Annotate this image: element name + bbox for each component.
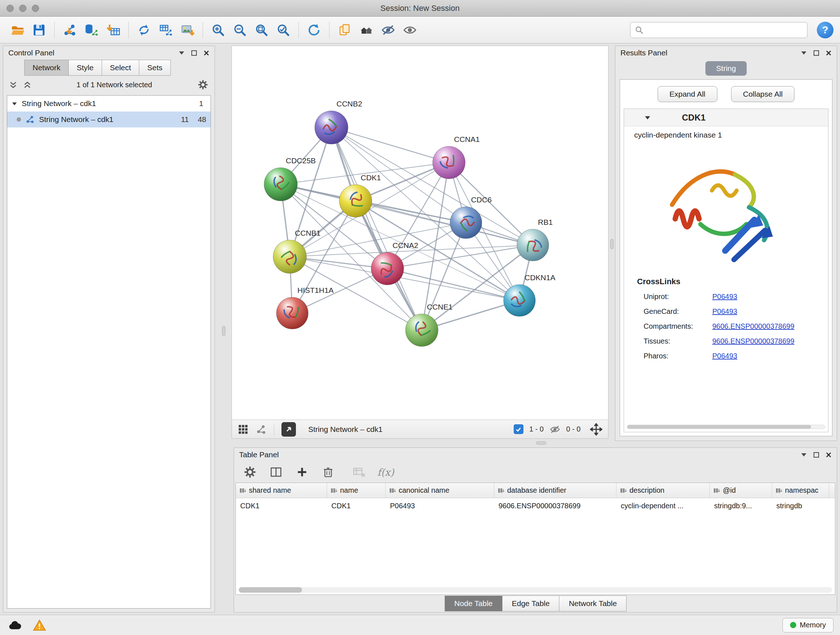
network-tree-child-row[interactable]: String Network – cdk1 11 48 bbox=[7, 111, 210, 127]
network-canvas[interactable]: CCNB2CCNA1CDC25BCDK1CDC6RB1CCNB1CCNA2CDK… bbox=[232, 46, 608, 420]
crosslink-link[interactable]: 9606.ENSP00000378699 bbox=[712, 322, 794, 331]
float-panel-icon[interactable] bbox=[801, 452, 807, 457]
tab-network[interactable]: Network bbox=[24, 60, 69, 76]
tab-node-table[interactable]: Node Table bbox=[445, 595, 502, 611]
edge-CCNB2-CCNE1[interactable] bbox=[332, 127, 422, 330]
splitter-handle[interactable] bbox=[222, 326, 225, 336]
new-network-button[interactable] bbox=[133, 19, 155, 41]
splitter-handle[interactable] bbox=[536, 441, 546, 445]
expand-all-networks-icon[interactable] bbox=[9, 81, 17, 89]
node-RB1[interactable]: RB1 bbox=[517, 218, 553, 261]
node-CDK1[interactable]: CDK1 bbox=[339, 173, 381, 217]
column-header[interactable]: canonical name bbox=[386, 483, 494, 498]
cloud-icon[interactable] bbox=[6, 618, 23, 633]
edge-CCNB2-CCNA1[interactable] bbox=[332, 127, 449, 163]
minimize-window-button[interactable] bbox=[19, 5, 27, 12]
splitter-handle[interactable] bbox=[610, 239, 614, 249]
tab-string[interactable]: String bbox=[706, 61, 747, 76]
column-header[interactable]: database identifier bbox=[494, 483, 616, 498]
zoom-window-button[interactable] bbox=[32, 5, 39, 12]
collapse-triangle-icon[interactable] bbox=[644, 115, 651, 120]
node-CDKN1A[interactable]: CDKN1A bbox=[504, 273, 555, 317]
zoom-selected-button[interactable] bbox=[272, 19, 294, 41]
export-image-button[interactable] bbox=[177, 19, 198, 41]
maximize-panel-icon[interactable] bbox=[191, 50, 197, 56]
crosslink-link[interactable]: P06493 bbox=[712, 293, 737, 301]
hide-selected-button[interactable] bbox=[377, 19, 399, 41]
function-builder-icon[interactable]: f(x) bbox=[377, 467, 394, 478]
import-network-file-button[interactable] bbox=[59, 19, 81, 41]
collapse-triangle-icon[interactable] bbox=[11, 101, 17, 106]
crosslink-link[interactable]: P06493 bbox=[712, 352, 737, 360]
network-tree-root-row[interactable]: String Network – cdk1 1 bbox=[7, 96, 210, 111]
node-HIST1H1A[interactable]: HIST1H1A bbox=[276, 286, 333, 329]
zoom-out-button[interactable] bbox=[229, 19, 251, 41]
node-CCNA1[interactable]: CCNA1 bbox=[433, 135, 480, 179]
warning-icon[interactable] bbox=[31, 618, 48, 633]
float-panel-icon[interactable] bbox=[178, 50, 185, 55]
zoom-in-button[interactable] bbox=[207, 19, 229, 41]
network-options-gear-icon[interactable] bbox=[197, 79, 209, 90]
open-session-button[interactable] bbox=[6, 19, 28, 41]
gene-section-header[interactable]: CDK1 bbox=[624, 109, 828, 126]
detach-view-button[interactable] bbox=[281, 422, 296, 437]
table-cell[interactable]: 9606.ENSP00000378699 bbox=[494, 498, 616, 513]
table-cell[interactable]: P06493 bbox=[386, 498, 494, 513]
crosslink-link[interactable]: 9606.ENSP00000378699 bbox=[712, 337, 794, 345]
tab-sets[interactable]: Sets bbox=[139, 60, 171, 76]
scrollbar-thumb[interactable] bbox=[239, 587, 302, 593]
table-row[interactable]: CDK1CDK1P064939606.ENSP00000378699cyclin… bbox=[236, 498, 835, 513]
table-cell[interactable]: stringdb bbox=[772, 498, 829, 513]
node-CCNB1[interactable]: CCNB1 bbox=[273, 229, 321, 273]
table-cell[interactable]: CDK1 bbox=[236, 498, 327, 513]
zoom-fit-button[interactable] bbox=[251, 19, 272, 41]
documents-button[interactable] bbox=[334, 19, 355, 41]
selected-items-checkbox[interactable] bbox=[514, 424, 523, 434]
results-scrollbar[interactable] bbox=[627, 424, 825, 429]
apply-layout-button[interactable] bbox=[303, 19, 325, 41]
close-panel-icon[interactable] bbox=[826, 50, 832, 56]
table-cell[interactable]: cyclin-dependent ... bbox=[616, 498, 710, 513]
grid-view-icon[interactable] bbox=[238, 424, 248, 435]
help-button[interactable]: ? bbox=[817, 22, 834, 38]
close-panel-icon[interactable] bbox=[826, 452, 832, 458]
network-share-icon[interactable] bbox=[256, 424, 267, 435]
maximize-panel-icon[interactable] bbox=[813, 50, 819, 56]
search-box[interactable] bbox=[630, 22, 807, 38]
tab-edge-table[interactable]: Edge Table bbox=[502, 595, 560, 611]
table-options-gear-icon[interactable] bbox=[242, 464, 258, 480]
delete-column-trash-icon[interactable] bbox=[320, 464, 336, 480]
float-panel-icon[interactable] bbox=[801, 50, 807, 55]
table-cell[interactable]: stringdb:9... bbox=[710, 498, 772, 513]
maximize-panel-icon[interactable] bbox=[813, 452, 819, 458]
pan-crosshair-icon[interactable] bbox=[590, 423, 602, 435]
node-CCNB2[interactable]: CCNB2 bbox=[315, 100, 362, 144]
column-header[interactable]: shared name bbox=[236, 483, 327, 498]
show-columns-icon[interactable] bbox=[268, 464, 284, 480]
memory-button[interactable]: Memory bbox=[783, 618, 834, 632]
table-horizontal-scrollbar[interactable] bbox=[239, 587, 832, 593]
crosslink-link[interactable]: P06493 bbox=[712, 307, 737, 316]
collapse-all-button[interactable]: Collapse All bbox=[731, 86, 795, 102]
column-header[interactable]: name bbox=[327, 483, 386, 498]
column-header[interactable]: description bbox=[616, 483, 710, 498]
column-header[interactable]: @id bbox=[710, 483, 772, 498]
network-from-table-button[interactable] bbox=[155, 19, 177, 41]
import-network-database-button[interactable] bbox=[81, 19, 103, 41]
save-session-button[interactable] bbox=[28, 19, 50, 41]
column-header[interactable]: namespac bbox=[772, 483, 829, 498]
tab-style[interactable]: Style bbox=[68, 60, 102, 76]
string-home-button[interactable] bbox=[355, 19, 377, 41]
create-column-plus-icon[interactable] bbox=[294, 464, 310, 480]
close-panel-icon[interactable] bbox=[203, 50, 210, 56]
import-table-button[interactable] bbox=[103, 19, 124, 41]
edge-CCNA2-CDKN1A[interactable] bbox=[387, 269, 519, 301]
search-input[interactable] bbox=[646, 26, 803, 34]
show-all-button[interactable] bbox=[399, 19, 421, 41]
close-window-button[interactable] bbox=[6, 5, 14, 12]
table-cell[interactable]: CDK1 bbox=[327, 498, 386, 513]
tab-network-table[interactable]: Network Table bbox=[559, 595, 627, 611]
tab-select[interactable]: Select bbox=[102, 60, 139, 76]
node-CDC25B[interactable]: CDC25B bbox=[264, 157, 316, 201]
expand-all-button[interactable]: Expand All bbox=[658, 86, 717, 102]
